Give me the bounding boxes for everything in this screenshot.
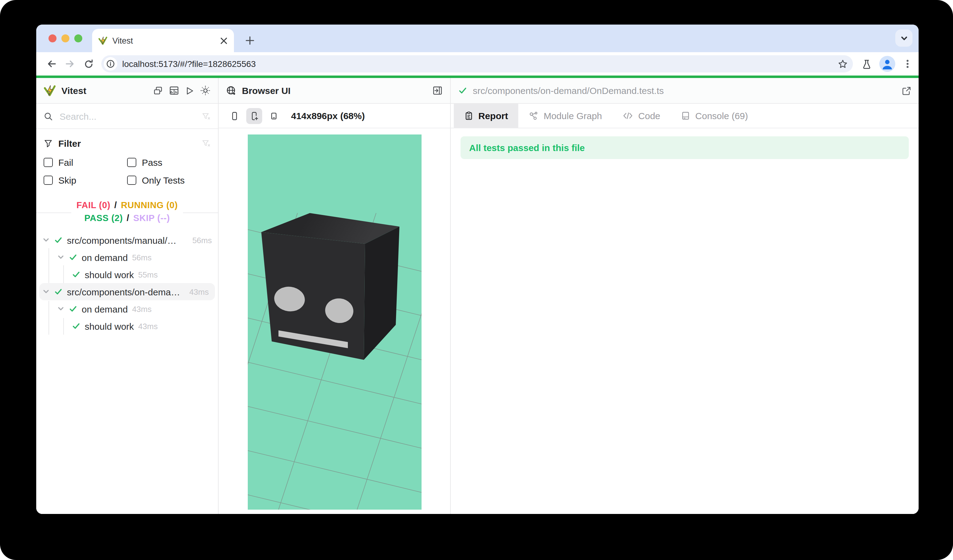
- windows-restore-icon[interactable]: [153, 85, 163, 96]
- url-text[interactable]: localhost:5173/#/?file=1828625563: [122, 59, 838, 69]
- tree-suite-item[interactable]: on demand 43ms: [36, 300, 218, 318]
- test-tree: src/components/manual/… 56ms on demand 5…: [36, 231, 218, 514]
- device-phone-icon[interactable]: [227, 108, 242, 124]
- report-content: All tests passed in this file: [451, 128, 919, 167]
- test-file-label: src/components/on-dema…: [67, 287, 185, 297]
- test-duration: 43ms: [138, 321, 158, 330]
- search-input[interactable]: [58, 110, 196, 122]
- open-external-icon[interactable]: [902, 86, 911, 96]
- filter-checkbox-skip[interactable]: Skip: [43, 171, 127, 189]
- theme-sun-icon[interactable]: [200, 85, 211, 96]
- tab-close-icon[interactable]: [220, 37, 228, 45]
- pass-count: PASS (2): [84, 213, 123, 223]
- checkbox[interactable]: [127, 175, 136, 185]
- test-case-label: should work: [85, 321, 134, 331]
- checkbox[interactable]: [43, 158, 53, 167]
- tab-title: Vitest: [112, 36, 215, 45]
- experiments-flask-icon[interactable]: [861, 59, 872, 69]
- vitest-logo-icon: [43, 84, 56, 97]
- test-duration: 43ms: [189, 287, 209, 296]
- report-clipboard-icon: [464, 111, 473, 120]
- report-tab-bar: Report Module Graph Code: [451, 104, 919, 128]
- omnibox[interactable]: localhost:5173/#/?file=1828625563: [101, 55, 853, 73]
- test-suite-label: on demand: [82, 304, 128, 314]
- sidebar-header: Vitest: [36, 78, 218, 104]
- checkbox[interactable]: [43, 175, 53, 185]
- pass-check-icon: [69, 253, 78, 262]
- filter-checkbox-pass[interactable]: Pass: [127, 154, 211, 171]
- code-icon: [623, 111, 633, 120]
- test-duration: 55ms: [138, 270, 158, 279]
- tree-test-item[interactable]: should work 43ms: [36, 318, 218, 335]
- pass-check-icon: [54, 287, 63, 296]
- maximize-window-button[interactable]: [74, 34, 82, 42]
- tree-file-item[interactable]: src/components/manual/… 56ms: [36, 231, 218, 249]
- tab-code[interactable]: Code: [613, 104, 671, 128]
- tree-file-item-selected[interactable]: src/components/on-dema… 43ms: [39, 283, 215, 300]
- bookmark-star-icon[interactable]: [838, 59, 848, 69]
- robot-head-cube: [261, 213, 399, 360]
- robot-head-scene: [247, 135, 421, 510]
- new-tab-button[interactable]: [241, 32, 259, 49]
- tab-strip: Vitest: [36, 25, 919, 52]
- forward-button[interactable]: [61, 55, 79, 73]
- browser-tab[interactable]: Vitest: [92, 29, 234, 52]
- tree-suite-item[interactable]: on demand 56ms: [36, 249, 218, 266]
- menu-kebab-icon[interactable]: [903, 59, 913, 69]
- viewport-size-label: 414x896px (68%): [291, 110, 365, 121]
- site-info-icon[interactable]: [104, 57, 117, 71]
- chevron-down-icon[interactable]: [57, 254, 64, 261]
- browser-window: Vitest localhost:5173/#/?file=1828625563: [36, 25, 919, 514]
- close-window-button[interactable]: [48, 34, 56, 42]
- test-duration: 56ms: [132, 253, 152, 262]
- vitest-accent-bar: [36, 76, 919, 78]
- clear-filter-icon[interactable]: [202, 138, 211, 148]
- minimize-window-button[interactable]: [61, 34, 69, 42]
- tester-viewport: [219, 128, 450, 514]
- tree-test-item[interactable]: should work 55ms: [36, 266, 218, 283]
- filter-checkbox-only-tests[interactable]: Only Tests: [127, 171, 211, 189]
- test-duration: 43ms: [132, 304, 152, 313]
- tab-module-graph[interactable]: Module Graph: [518, 104, 613, 128]
- dashboard-layout-icon[interactable]: [169, 85, 179, 96]
- pass-check-icon: [458, 86, 467, 95]
- pass-check-icon: [72, 270, 81, 279]
- browser-toolbar: localhost:5173/#/?file=1828625563: [36, 52, 919, 76]
- tab-search-chevron-button[interactable]: [895, 29, 913, 47]
- test-explorer-sidebar: Vitest: [36, 78, 219, 514]
- console-terminal-icon: [681, 111, 691, 120]
- funnel-icon: [43, 138, 53, 148]
- browser-ui-header: Browser UI: [219, 78, 450, 104]
- dock-panel-right-icon[interactable]: [432, 85, 443, 96]
- checkbox[interactable]: [127, 158, 136, 167]
- test-suite-label: on demand: [82, 252, 128, 262]
- filter-checkbox-fail[interactable]: Fail: [43, 154, 127, 171]
- tab-report[interactable]: Report: [454, 104, 518, 128]
- viewport-toolbar: 414x896px (68%): [219, 104, 450, 128]
- test-iframe-3d-scene[interactable]: [247, 135, 421, 510]
- tab-console[interactable]: Console (69): [671, 104, 759, 128]
- skip-count: SKIP (--): [133, 213, 170, 223]
- browser-ui-title: Browser UI: [242, 85, 290, 96]
- sidebar-title: Vitest: [61, 85, 86, 96]
- module-graph-icon: [529, 111, 539, 121]
- chevron-down-icon[interactable]: [42, 236, 50, 244]
- chevron-down-icon[interactable]: [57, 305, 64, 313]
- clear-search-filter-icon[interactable]: [202, 112, 211, 121]
- search-icon: [43, 112, 53, 121]
- fail-count: FAIL (0): [76, 200, 110, 210]
- test-duration: 56ms: [192, 236, 212, 245]
- reload-button[interactable]: [79, 55, 98, 73]
- device-phone-plus-icon[interactable]: [246, 108, 262, 124]
- globe-icon: [226, 85, 236, 96]
- filter-title: Filter: [58, 138, 196, 148]
- back-button[interactable]: [42, 55, 61, 73]
- running-count: RUNNING (0): [121, 200, 178, 210]
- profile-avatar[interactable]: [879, 56, 895, 72]
- chevron-down-icon[interactable]: [42, 288, 50, 295]
- run-all-play-icon[interactable]: [185, 86, 195, 96]
- window-controls[interactable]: [48, 34, 82, 42]
- device-tablet-icon[interactable]: [266, 108, 282, 124]
- test-file-label: src/components/manual/…: [67, 235, 188, 245]
- browser-ui-panel: Browser UI 414x896px (68%): [219, 78, 451, 514]
